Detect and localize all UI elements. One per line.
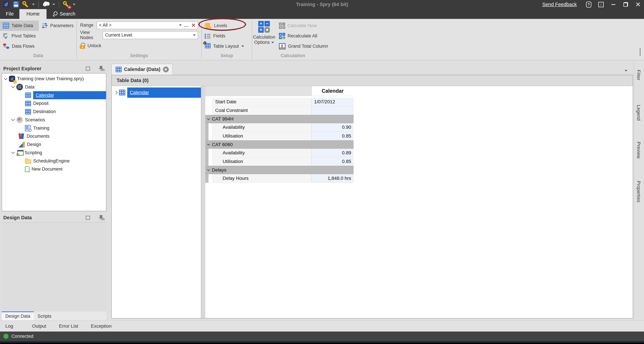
tools-dropdown-arrow[interactable] [32, 4, 35, 5]
table-region: Calendar Start Date 1/07/2012 Coal Const… [205, 86, 633, 318]
row-value[interactable]: 1/07/2012 [311, 98, 354, 106]
ribbon-collapse-button[interactable] [640, 48, 640, 56]
tree-item-new-document[interactable]: New Document [2, 165, 106, 173]
view-nodes-label: View Nodes [80, 30, 103, 40]
save-icon [13, 2, 19, 8]
tab-properties[interactable]: Properties [636, 181, 641, 202]
chevron-down-icon[interactable] [4, 76, 8, 80]
view-nodes-dropdown-arrow[interactable] [193, 34, 196, 36]
levels-button[interactable]: Levels [202, 20, 252, 31]
view-nodes-combobox[interactable]: Current Level [103, 31, 198, 39]
cloud-sync-button[interactable]: ↓↑ [42, 1, 50, 8]
row-value[interactable]: 0.85 [311, 157, 354, 166]
chevron-down-icon[interactable] [11, 150, 15, 154]
recalculate-all-button[interactable]: +−× Recalculate All [276, 31, 331, 41]
tab-log[interactable]: Log [0, 324, 27, 329]
tools-button[interactable] [22, 1, 30, 8]
tab-file[interactable]: File [0, 9, 20, 19]
tree-item-data[interactable]: 101010 Data [2, 83, 106, 91]
tree-item-scenarios[interactable]: Scenarios [2, 116, 106, 124]
gear-icon [264, 27, 270, 33]
parameters-button[interactable]: Parameters [39, 20, 76, 31]
collapse-chevron-icon[interactable] [207, 168, 210, 171]
table-layout-button[interactable]: Table Layout [202, 41, 252, 52]
table-data-button[interactable]: Table Data [0, 20, 39, 31]
save-button[interactable] [12, 1, 20, 8]
table-list-item-calendar[interactable]: Calendar [112, 88, 201, 98]
tree-item-root[interactable]: d Training (new User Training.spry) [2, 75, 106, 83]
row-label[interactable]: Availability [212, 123, 311, 132]
range-clear-icon[interactable] [192, 23, 196, 27]
pin-icon[interactable] [99, 66, 103, 71]
tab-preview[interactable]: Preview [636, 142, 641, 158]
range-combobox[interactable]: < All > … [96, 22, 198, 29]
pin-icon[interactable] [99, 215, 103, 220]
table-icon [25, 101, 31, 106]
tree-item-scripting[interactable]: Scripting [2, 149, 106, 157]
data-flows-button[interactable]: Data Flows [0, 41, 39, 52]
document-tabs-dropdown[interactable] [624, 70, 627, 72]
tree-item-destination[interactable]: Destination [2, 108, 106, 116]
tree-item-scheduling-engine[interactable]: SchedulingEngine [2, 157, 106, 165]
whats-new-button[interactable]: ↑ [595, 0, 607, 9]
column-header-calendar[interactable]: Calendar [311, 86, 354, 96]
group-row[interactable]: CAT 6060 [205, 140, 354, 149]
row-label[interactable]: Utilisation [212, 157, 311, 166]
tree-item-documents[interactable]: Documents [2, 132, 106, 140]
close-button[interactable] [632, 0, 644, 9]
tab-exception[interactable]: Exception [86, 324, 119, 329]
repair-tools-dropdown-arrow[interactable] [73, 4, 76, 5]
send-feedback-link[interactable]: Send Feedback [536, 2, 582, 7]
tab-search[interactable]: Search [46, 9, 81, 19]
cloud-sync-dropdown-arrow[interactable] [52, 4, 55, 5]
chevron-right-icon[interactable] [114, 91, 118, 94]
calculate-now-button[interactable]: +−×= Calculate Now [276, 20, 331, 31]
pivot-tables-button[interactable]: Pivot Tables [0, 31, 39, 41]
row-value[interactable] [311, 106, 354, 115]
collapse-chevron-icon[interactable] [207, 143, 210, 146]
calculation-options-dropdown-arrow[interactable] [271, 42, 274, 43]
row-label[interactable]: Coal Constraint [212, 106, 311, 115]
tree-item-calendar[interactable]: Calendar [2, 91, 106, 100]
row-value[interactable]: 0.89 [311, 149, 354, 157]
tab-output[interactable]: Output [27, 324, 54, 329]
grand-total-column-button[interactable]: Σ Grand Total Column [276, 41, 331, 52]
minimize-button[interactable] [607, 0, 620, 9]
app-logo-icon[interactable]: d [2, 1, 10, 8]
row-label[interactable]: Availability [212, 149, 311, 157]
row-label[interactable]: Delay Hours [212, 174, 311, 183]
row-value[interactable]: 0.85 [311, 132, 354, 140]
tab-legend[interactable]: Legend [636, 105, 641, 121]
calculation-options-button[interactable]: +−× Calculation Options [252, 20, 276, 53]
chevron-down-icon[interactable] [11, 84, 15, 88]
range-browse-button[interactable]: … [184, 24, 189, 27]
unlock-button[interactable]: Unlock [77, 40, 202, 51]
tab-design-data[interactable]: Design Data [2, 312, 34, 320]
tree-item-design[interactable]: Design [2, 140, 106, 149]
collapse-chevron-icon[interactable] [207, 117, 210, 120]
row-value[interactable]: 1,848.0 hrs [311, 174, 354, 183]
group-row[interactable]: Delays [205, 166, 354, 174]
row-value[interactable]: 0.90 [311, 123, 354, 132]
repair-tools-button[interactable] [63, 1, 70, 8]
tree-item-training[interactable]: Training [2, 124, 106, 132]
group-row[interactable]: CAT 994H [205, 115, 354, 123]
help-button[interactable]: ? [582, 0, 595, 9]
restore-button[interactable] [620, 0, 632, 9]
tab-home[interactable]: Home [20, 9, 46, 19]
tab-filter[interactable]: Filter [636, 70, 641, 80]
float-panel-icon[interactable] [86, 66, 90, 70]
chevron-down-icon[interactable] [11, 118, 15, 121]
table-layout-dropdown-arrow[interactable] [241, 46, 244, 47]
fields-button[interactable]: Fields [202, 31, 252, 41]
pane-splitter[interactable] [201, 86, 205, 318]
tab-error-list[interactable]: Error List [54, 324, 86, 329]
document-tab-calendar-data[interactable]: Calendar (Data) [112, 64, 173, 75]
float-panel-icon[interactable] [86, 216, 90, 220]
range-dropdown-arrow[interactable] [179, 24, 182, 26]
close-tab-icon[interactable] [163, 66, 169, 72]
tab-scripts[interactable]: Scripts [34, 312, 55, 320]
row-label[interactable]: Utilisation [212, 132, 311, 140]
tree-item-deposit[interactable]: Deposit [2, 99, 106, 108]
row-label[interactable]: Start Date [212, 98, 311, 106]
